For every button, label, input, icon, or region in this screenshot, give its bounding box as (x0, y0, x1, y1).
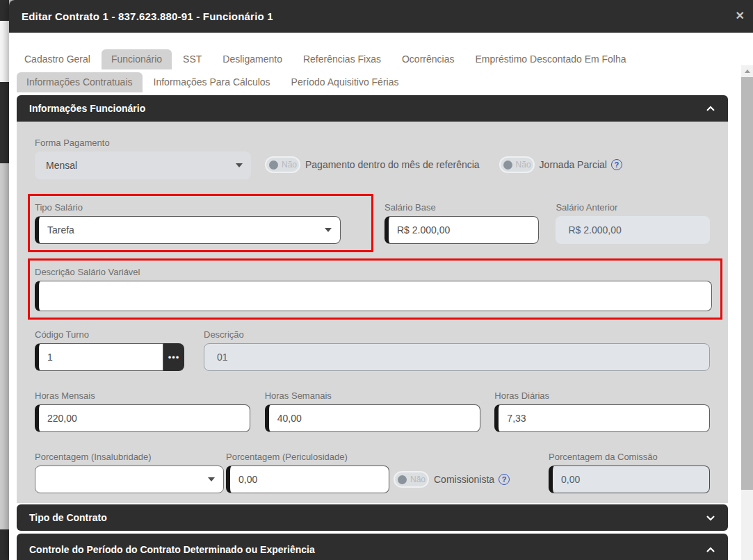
horas-diarias-input[interactable]: 7,33 (494, 404, 710, 432)
screen: Editar Contrato 1 - 837.623.880-91 - Fun… (0, 0, 753, 560)
field-label: Horas Mensais (35, 390, 250, 402)
field-salario-base: Salário Base R$ 2.000,00 (384, 201, 539, 244)
tab-ocorrencias[interactable]: Ocorrências (392, 49, 464, 69)
toggle-switch-pagamento[interactable]: Não (266, 158, 299, 172)
descricao-turno-input: 01 (204, 343, 710, 371)
help-icon[interactable]: ? (499, 474, 510, 485)
tab-cadastro-geral[interactable]: Cadastro Geral (15, 49, 100, 69)
field-porcentagem-periculosidade: Porcentagem (Periculosidade) 0,00 (226, 451, 389, 493)
porcentagem-periculosidade-input[interactable]: 0,00 (226, 466, 389, 493)
tab-emprestimo-descontado[interactable]: Empréstimo Descontado Em Folha (465, 49, 635, 69)
scrollbar (741, 65, 753, 560)
row-descricao-salario-variavel: Descrição Salário Variável (35, 258, 710, 320)
row-forma-pagamento: Forma Pagamento Mensal Não Pagamen (35, 137, 710, 179)
field-label: Horas Diárias (494, 390, 710, 402)
highlight-box-descricao-variavel: Descrição Salário Variável (28, 258, 722, 320)
salario-base-input[interactable]: R$ 2.000,00 (384, 216, 539, 244)
field-label: Salário Anterior (556, 201, 710, 213)
field-salario-anterior: Salário Anterior R$ 2.000,00 (556, 201, 710, 244)
toggle-switch-jornada[interactable]: Não (501, 158, 533, 172)
toggle-state-label: Não (282, 160, 297, 170)
toggle-knob (503, 160, 512, 170)
field-label: Forma Pagamento (35, 137, 251, 149)
tab-referencias-fixas[interactable]: Referências Fixas (293, 49, 391, 69)
caret-down-icon (325, 228, 332, 232)
primary-tabs: Cadastro Geral Funcionário SST Desligame… (15, 49, 636, 69)
row-turno: Código Turno 1 ••• Descrição 01 (35, 329, 710, 371)
section-informacoes-funcionario: Informações Funcionário Forma Pagamento … (17, 95, 728, 503)
help-icon[interactable]: ? (611, 159, 622, 170)
toggle-comissionista: Não Comissionista ? (395, 472, 510, 486)
field-codigo-turno: Código Turno 1 ••• (35, 329, 184, 371)
descricao-salario-variavel-input[interactable] (35, 281, 712, 311)
codigo-turno-input[interactable]: 1 (35, 343, 163, 371)
chevron-up-icon (706, 543, 715, 556)
section-title: Controle do Período do Contrato Determin… (29, 544, 315, 555)
scrollbar-thumb[interactable] (741, 77, 753, 490)
porcentagem-insalubridade-select[interactable] (35, 466, 224, 493)
field-porcentagem-insalubridade: Porcentagem (Insalubridade) (35, 451, 224, 493)
field-label: Porcentagem (Insalubridade) (35, 451, 224, 463)
row-porcentagens: Porcentagem (Insalubridade) Porcentagem … (35, 451, 710, 493)
forma-pagamento-select[interactable]: Mensal (35, 151, 251, 179)
toggle-caption: Pagamento dentro do mês de referência (305, 159, 480, 170)
modal-title: Editar Contrato 1 - 837.623.880-91 - Fun… (22, 10, 273, 22)
tab-informacoes-para-calculos[interactable]: Informações Para Cálculos (144, 72, 280, 92)
field-horas-semanais: Horas Semanais 40,00 (265, 390, 481, 432)
select-value: Mensal (46, 160, 77, 171)
field-label: Horas Semanais (265, 390, 481, 402)
horas-semanais-input[interactable]: 40,00 (265, 404, 481, 432)
field-porcentagem-comissao: Porcentagem da Comissão 0,00 (549, 451, 710, 493)
scroll-up-arrow[interactable] (741, 65, 753, 77)
salario-anterior-input: R$ 2.000,00 (556, 216, 710, 244)
chevron-down-icon (706, 511, 715, 524)
background-block (0, 21, 9, 82)
section-header-tipo-de-contrato[interactable]: Tipo de Contrato (17, 504, 728, 531)
toggle-pagamento-dentro-mes: Não Pagamento dentro do mês de referênci… (266, 158, 480, 172)
toggle-knob (398, 475, 407, 484)
secondary-tabs: Informações Contratuais Informações Para… (17, 72, 408, 92)
toggle-jornada-parcial: Não Jornada Parcial ? (501, 158, 622, 172)
toggle-switch-comissionista[interactable]: Não (395, 472, 428, 486)
caret-down-icon (208, 477, 215, 481)
section-body: Forma Pagamento Mensal Não Pagamen (17, 122, 728, 503)
field-label: Código Turno (35, 329, 184, 340)
row-horas: Horas Mensais 220,00 Horas Semanais 40,0… (35, 390, 710, 432)
background-block (0, 0, 9, 21)
field-label: Porcentagem da Comissão (549, 451, 710, 463)
field-descricao-turno: Descrição 01 (204, 329, 710, 371)
modal-body: Cadastro Geral Funcionário SST Desligame… (9, 33, 753, 560)
modal-header: Editar Contrato 1 - 837.623.880-91 - Fun… (9, 0, 753, 33)
close-icon[interactable]: ✕ (736, 9, 745, 23)
chevron-up-icon (706, 102, 715, 115)
field-descricao-salario-variavel: Descrição Salário Variável (35, 266, 712, 311)
select-value: Tarefa (47, 224, 74, 236)
section-header-controle-periodo[interactable]: Controle do Período do Contrato Determin… (17, 534, 728, 560)
tab-informacoes-contratuais[interactable]: Informações Contratuais (17, 72, 143, 92)
toggle-state-label: Não (516, 160, 531, 170)
background-block (0, 82, 9, 163)
background-block (0, 529, 9, 560)
field-label: Porcentagem (Periculosidade) (226, 451, 389, 463)
tab-periodo-aquisitivo-ferias[interactable]: Período Aquisitivo Férias (282, 72, 409, 92)
section-header-informacoes-funcionario[interactable]: Informações Funcionário (17, 95, 728, 122)
background-page-strip (0, 0, 9, 560)
tab-desligamento[interactable]: Desligamento (213, 49, 292, 69)
tab-funcionario[interactable]: Funcionário (102, 49, 172, 69)
edit-contract-modal: Editar Contrato 1 - 837.623.880-91 - Fun… (9, 0, 753, 560)
tipo-salario-select[interactable]: Tarefa (35, 216, 341, 244)
toggle-caption: Comissionista (434, 474, 494, 485)
toggle-knob (269, 160, 278, 170)
toggle-caption: Jornada Parcial (540, 159, 607, 170)
horas-mensais-input[interactable]: 220,00 (35, 404, 250, 432)
highlight-box-tipo-salario: Tipo Salário Tarefa (28, 194, 373, 252)
toggle-state-label: Não (410, 475, 426, 484)
field-label: Descrição Salário Variável (35, 266, 712, 278)
section-title: Informações Funcionário (29, 103, 145, 114)
section-title: Tipo de Contrato (29, 512, 107, 523)
tab-sst[interactable]: SST (173, 49, 211, 69)
lookup-dots-button[interactable]: ••• (163, 343, 184, 371)
field-horas-diarias: Horas Diárias 7,33 (494, 390, 710, 432)
field-tipo-salario: Tipo Salário Tarefa (35, 201, 341, 244)
caret-down-icon (236, 163, 243, 167)
